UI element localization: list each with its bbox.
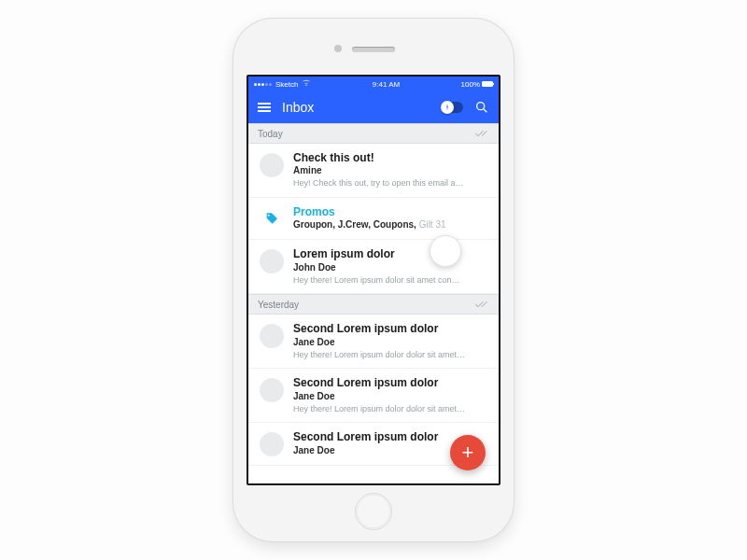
mail-preview: Hey there! Lorem ipsum dolor dolor sit a… [293, 403, 487, 415]
mail-row[interactable]: Lorem ipsum dolor John Doe Hey there! Lo… [248, 240, 499, 294]
section-label: Today [258, 129, 474, 139]
mail-row[interactable]: Check this out! Amine Hey! Check this ou… [248, 144, 499, 198]
section-header: Yesterday [248, 294, 499, 315]
mail-subject: Check this out! [293, 151, 487, 164]
sweep-icon[interactable] [474, 300, 489, 309]
battery-icon [482, 81, 493, 87]
mail-from: Jane Doe [293, 390, 487, 403]
screen: Sketch 9:41 AM 100% Inbox [247, 75, 500, 485]
carrier-label: Sketch [275, 80, 298, 89]
phone-frame: Sketch 9:41 AM 100% Inbox [233, 19, 514, 541]
avatar [260, 324, 284, 348]
mail-row[interactable]: Second Lorem ipsum dolor Jane Doe Hey th… [248, 369, 499, 423]
battery-percent: 100% [461, 80, 480, 89]
mail-from: Jane Doe [293, 336, 487, 349]
mail-row[interactable]: Second Lorem ipsum dolor Jane Doe Hey th… [248, 315, 499, 369]
battery-indicator: 100% [461, 80, 493, 89]
promo-from: Groupon, J.Crew, Coupons, Gilt 31 [293, 218, 487, 231]
section-label: Yesterday [258, 300, 474, 310]
mail-preview: Hey there! Lorem ipsum dolor dolor sit a… [293, 349, 487, 361]
page-title: Inbox [282, 100, 430, 115]
front-camera [334, 45, 342, 52]
menu-icon[interactable] [258, 103, 271, 112]
speaker-grille [352, 47, 395, 52]
pinned-toggle[interactable] [441, 102, 463, 113]
avatar [260, 249, 284, 273]
mail-from: John Doe [293, 261, 487, 274]
mail-subject: Second Lorem ipsum dolor [293, 322, 487, 335]
section-header: Today [248, 123, 499, 144]
status-bar: Sketch 9:41 AM 100% [248, 77, 499, 91]
mail-subject: Lorem ipsum dolor [293, 247, 487, 260]
inbox-list[interactable]: Today Check this out! Amine Hey! Check t… [248, 123, 499, 483]
svg-point-0 [477, 103, 485, 110]
promo-subject: Promos [293, 205, 487, 218]
home-button[interactable] [355, 493, 392, 530]
wifi-icon [302, 79, 311, 89]
mail-subject: Second Lorem ipsum dolor [293, 376, 487, 389]
mail-preview: Hey there! Lorem ipsum dolor sit amet co… [293, 274, 487, 287]
mail-from: Amine [293, 164, 487, 177]
avatar [260, 432, 284, 456]
compose-fab[interactable]: + [450, 435, 486, 470]
plus-icon: + [462, 442, 474, 463]
svg-line-1 [484, 109, 486, 112]
avatar [260, 153, 284, 177]
signal-dots-icon [254, 83, 272, 86]
clock: 9:41 AM [315, 80, 457, 89]
mail-preview: Hey! Check this out, try to open this em… [293, 177, 487, 189]
app-header: Inbox [248, 91, 499, 123]
promo-row[interactable]: Promos Groupon, J.Crew, Coupons, Gilt 31 [248, 198, 499, 240]
toggle-knob [441, 101, 454, 114]
sweep-icon[interactable] [474, 129, 489, 138]
tag-icon [260, 207, 284, 231]
avatar [260, 378, 284, 402]
pin-icon [444, 104, 451, 111]
search-icon[interactable] [474, 100, 489, 115]
